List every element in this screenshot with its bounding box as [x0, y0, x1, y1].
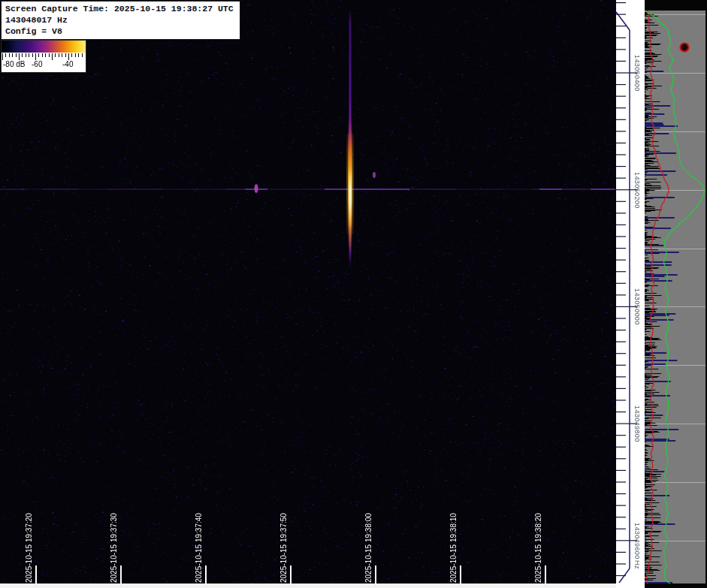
waterfall-spectrogram[interactable]	[0, 0, 616, 588]
spectrum-graph[interactable]	[645, 0, 707, 588]
colorbar-labels: -80 dB -60 -40	[2, 60, 86, 71]
frequency-label: 143050000	[633, 288, 641, 325]
colorbar-ticks	[2, 53, 85, 60]
colorbar-label-60: -60	[32, 60, 42, 68]
colorbar-gradient	[2, 41, 86, 53]
color-scale-legend: -80 dB -60 -40	[1, 40, 86, 73]
frequency-label: 143049800	[633, 406, 641, 442]
capture-time-text: Screen Capture Time: 2025-10-15 19:38:27…	[5, 3, 237, 14]
frequency-text: 143048017 Hz	[5, 14, 237, 26]
frequency-label: 143050200	[633, 172, 641, 209]
frequency-label: 143050400	[633, 55, 641, 92]
capture-info-box: Screen Capture Time: 2025-10-15 19:38:27…	[1, 1, 240, 40]
frequency-unit-label: Hz	[633, 560, 641, 569]
colorbar-label-80db: -80 dB	[3, 60, 25, 68]
speclab-display: 2025-10-15 19:37:202025-10-15 19:37:3020…	[0, 0, 707, 588]
colorbar-label-40: -40	[62, 60, 73, 68]
config-text: Config = V8	[5, 26, 237, 37]
frequency-axis: 1430504001430502001430500001430498001430…	[616, 0, 645, 588]
waterfall-bottom-border	[0, 583, 645, 588]
frequency-label: 143049600	[633, 523, 641, 559]
